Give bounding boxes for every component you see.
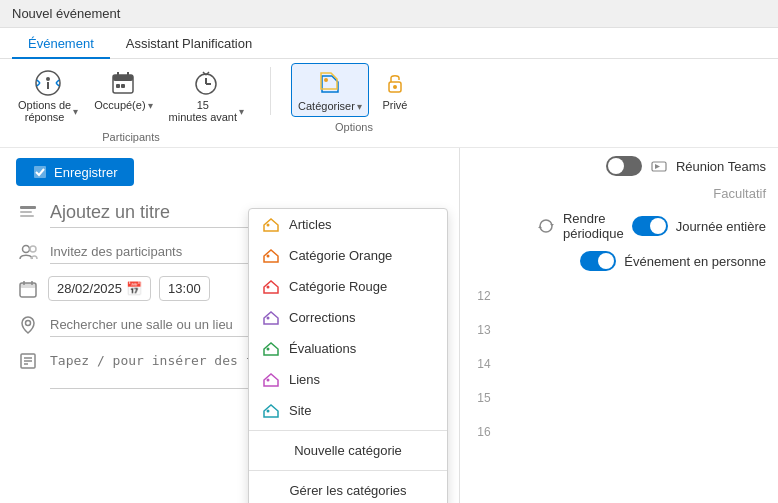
- svg-point-42: [267, 409, 270, 412]
- prive-button[interactable]: Privé: [373, 63, 417, 115]
- tab-evenement[interactable]: Événement: [12, 28, 110, 59]
- svg-rect-18: [20, 206, 36, 209]
- time-value: 13:00: [168, 281, 201, 296]
- dropdown-separator-1: [249, 430, 447, 431]
- svg-point-27: [26, 321, 31, 326]
- svg-rect-20: [20, 215, 34, 217]
- rouge-label: Catégorie Rouge: [289, 279, 387, 294]
- participants-group-label: Participants: [102, 131, 159, 143]
- svg-marker-33: [655, 164, 660, 169]
- dropdown-separator-2: [249, 470, 447, 471]
- corrections-label: Corrections: [289, 310, 355, 325]
- options-reponse-button[interactable]: Options deréponse ▾: [12, 63, 84, 127]
- svg-point-21: [23, 246, 30, 253]
- ribbon-divider: [270, 67, 271, 115]
- participants-icon: [16, 240, 40, 264]
- svg-rect-4: [113, 75, 133, 81]
- categoriser-button[interactable]: Catégoriser ▾: [291, 63, 369, 117]
- window-title: Nouvel événement: [12, 6, 120, 21]
- save-button[interactable]: Enregistrer: [16, 158, 134, 186]
- journee-entiere-label: Journée entière: [676, 219, 766, 234]
- category-site[interactable]: Site: [249, 395, 447, 426]
- svg-rect-24: [20, 283, 36, 288]
- date-input[interactable]: 28/02/2025 📅: [48, 276, 151, 301]
- title-bar: Nouvel événement: [0, 0, 778, 28]
- articles-icon: [263, 218, 279, 232]
- ribbon-group-participants: Options deréponse ▾: [12, 63, 250, 143]
- teams-label: Réunion Teams: [676, 159, 766, 174]
- prive-icon: [379, 67, 411, 99]
- category-dropdown: Articles Catégorie Orange Catégorie Roug…: [248, 208, 448, 503]
- category-liens[interactable]: Liens: [249, 364, 447, 395]
- 15min-icon: [190, 67, 222, 99]
- evaluations-label: Évaluations: [289, 341, 356, 356]
- svg-point-39: [267, 316, 270, 319]
- svg-point-40: [267, 347, 270, 350]
- site-label: Site: [289, 403, 311, 418]
- occupe-label: Occupé(e) ▾: [94, 99, 152, 111]
- evaluations-icon: [263, 342, 279, 356]
- svg-point-1: [46, 77, 50, 81]
- periodique-label: Rendrepériodique: [563, 211, 624, 241]
- svg-point-38: [267, 285, 270, 288]
- options-reponse-label: Options deréponse ▾: [18, 99, 78, 123]
- number-column: 12 13 14 15 16: [472, 281, 496, 439]
- category-rouge[interactable]: Catégorie Rouge: [249, 271, 447, 302]
- ribbon: Options deréponse ▾: [0, 59, 778, 148]
- category-corrections[interactable]: Corrections: [249, 302, 447, 333]
- rouge-icon: [263, 280, 279, 294]
- orange-label: Catégorie Orange: [289, 248, 392, 263]
- prive-label: Privé: [382, 99, 407, 111]
- occupe-button[interactable]: Occupé(e) ▾: [88, 63, 158, 115]
- options-group-label: Options: [335, 121, 373, 133]
- content-area: Enregistrer: [0, 148, 778, 503]
- optional-row: Facultatif: [472, 186, 766, 201]
- teams-toggle[interactable]: [606, 156, 642, 176]
- periodique-toggle[interactable]: [632, 216, 668, 236]
- nouvelle-categorie-label: Nouvelle catégorie: [294, 443, 402, 458]
- 15min-label: 15minutes avant ▾: [169, 99, 244, 123]
- category-orange[interactable]: Catégorie Orange: [249, 240, 447, 271]
- title-icon: [16, 201, 40, 225]
- liens-label: Liens: [289, 372, 320, 387]
- gerer-categories-label: Gérer les catégories: [289, 483, 406, 498]
- category-evaluations[interactable]: Évaluations: [249, 333, 447, 364]
- svg-marker-34: [550, 224, 554, 226]
- optional-label: Facultatif: [713, 186, 766, 201]
- periodique-icon: [537, 217, 555, 235]
- num-12: 12: [477, 289, 490, 303]
- articles-label: Articles: [289, 217, 332, 232]
- periodique-row: Rendrepériodique Journée entière: [472, 211, 766, 241]
- liens-icon: [263, 373, 279, 387]
- en-personne-label: Événement en personne: [624, 254, 766, 269]
- save-icon: [32, 164, 48, 180]
- svg-rect-7: [116, 84, 120, 88]
- en-personne-toggle[interactable]: [580, 251, 616, 271]
- site-icon: [263, 404, 279, 418]
- 15min-button[interactable]: 15minutes avant ▾: [163, 63, 250, 127]
- num-13: 13: [477, 323, 490, 337]
- date-value: 28/02/2025: [57, 281, 122, 296]
- svg-point-16: [393, 85, 397, 89]
- calendar-icon: 📅: [126, 281, 142, 296]
- num-16: 16: [477, 425, 490, 439]
- nouvelle-categorie-button[interactable]: Nouvelle catégorie: [249, 435, 447, 466]
- notes-icon: [16, 349, 40, 373]
- category-articles[interactable]: Articles: [249, 209, 447, 240]
- svg-marker-35: [538, 226, 542, 228]
- teams-icon: [650, 157, 668, 175]
- orange-icon: [263, 249, 279, 263]
- right-panel: Réunion Teams Facultatif Rendrepériodiqu…: [460, 148, 778, 503]
- tab-bar: Événement Assistant Planification: [0, 28, 778, 59]
- svg-rect-8: [121, 84, 125, 88]
- svg-point-36: [267, 223, 270, 226]
- tab-assistant[interactable]: Assistant Planification: [110, 28, 268, 59]
- date-icon: [16, 277, 40, 301]
- svg-rect-19: [20, 211, 32, 213]
- svg-point-41: [267, 378, 270, 381]
- gerer-categories-button[interactable]: Gérer les catégories: [249, 475, 447, 503]
- svg-point-37: [267, 254, 270, 257]
- time-input[interactable]: 13:00: [159, 276, 210, 301]
- teams-row: Réunion Teams: [472, 156, 766, 176]
- corrections-icon: [263, 311, 279, 325]
